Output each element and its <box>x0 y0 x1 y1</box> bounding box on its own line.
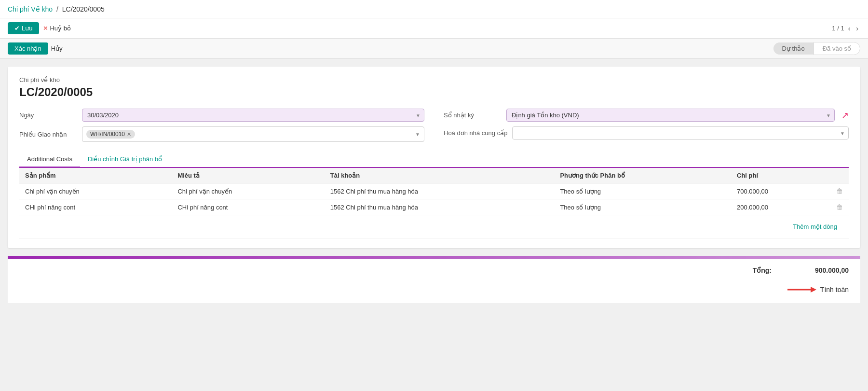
vendor-select[interactable] <box>512 126 849 140</box>
date-label: Ngày <box>19 112 77 119</box>
receipt-tag: WH/IN/00010 ✕ <box>86 130 135 139</box>
tab-additional-costs[interactable]: Additional Costs <box>19 152 80 168</box>
vendor-label: Hoá đơn nhà cung cấp <box>444 129 507 137</box>
breadcrumb-current: LC/2020/0005 <box>62 5 105 13</box>
save-button[interactable]: ✔ Lưu <box>8 22 39 34</box>
add-line-row: Thêm một dòng <box>19 215 849 238</box>
receipt-tag-remove[interactable]: ✕ <box>127 131 131 138</box>
posted-badge[interactable]: Đã vào sổ <box>814 42 860 55</box>
journal-select[interactable]: Định giá Tồn kho (VND) <box>506 109 835 122</box>
pagination-text: 1 / 1 <box>832 25 844 32</box>
tab-adjust-value[interactable]: Điều chỉnh Giá trị phân bổ <box>80 152 170 168</box>
date-select[interactable]: 30/03/2020 <box>82 109 424 122</box>
cancel-label: Huỷ bỏ <box>50 25 70 32</box>
receipt-label: Phiếu Giao nhận <box>19 131 77 138</box>
vendor-row: Hoá đơn nhà cung cấp <box>444 126 849 140</box>
form-group-journal: Sổ nhật ký Định giá Tồn kho (VND) ↗ Hoá … <box>444 109 849 142</box>
delete-row-0-icon[interactable]: 🗑 <box>836 187 843 195</box>
total-row: Tổng: 900.000,00 <box>8 259 860 282</box>
col-cost: Chi phí <box>731 168 830 183</box>
add-line-cell: Thêm một dòng <box>19 215 849 238</box>
form-grid: Ngày 30/03/2020 Phiếu Giao nhận WH/IN/00… <box>19 109 849 142</box>
cell-cost-0: 700.000,00 <box>731 183 830 199</box>
cell-cost-1: 200.000,00 <box>731 199 830 215</box>
main-content: Chi phí về kho LC/2020/0005 Ngày 30/03/2… <box>8 67 860 248</box>
delete-row-1-icon[interactable]: 🗑 <box>836 203 843 211</box>
next-page-button[interactable]: › <box>854 24 860 33</box>
top-bar: Chi phí Về kho / LC/2020/0005 <box>0 0 868 18</box>
cell-description-1: CHi phí nâng cont <box>172 199 324 215</box>
cell-product-1: CHi phí nâng cont <box>19 199 172 215</box>
arrow-right-icon <box>787 284 816 295</box>
external-link-icon[interactable]: ↗ <box>841 110 849 121</box>
cell-method-0: Theo số lượng <box>554 183 731 199</box>
prev-page-button[interactable]: ‹ <box>846 24 853 33</box>
breadcrumb: Chi phí Về kho / LC/2020/0005 <box>8 5 105 13</box>
save-icon: ✔ <box>14 25 20 32</box>
doc-header: Chi phí về kho LC/2020/0005 <box>19 76 849 99</box>
tags-dropdown-icon: ▼ <box>415 132 420 137</box>
breadcrumb-separator: / <box>56 5 58 13</box>
total-value: 900.000,00 <box>791 266 849 274</box>
status-bar: Xác nhận Hủy Dự thảo Đã vào sổ <box>0 39 868 59</box>
svg-marker-1 <box>811 287 816 293</box>
col-method: Phương thức Phân bổ <box>554 168 731 183</box>
doc-title: LC/2020/0005 <box>19 85 849 99</box>
total-label: Tổng: <box>753 266 772 274</box>
receipt-tags-input[interactable]: WH/IN/00010 ✕ ▼ <box>82 126 424 142</box>
status-badges: Dự thảo Đã vào sổ <box>773 42 860 55</box>
tabs: Additional Costs Điều chỉnh Giá trị phân… <box>19 152 849 168</box>
date-select-wrapper[interactable]: 30/03/2020 <box>82 109 424 122</box>
calculate-section: Tính toán <box>8 282 860 303</box>
vendor-select-wrapper[interactable] <box>512 126 849 140</box>
table-header-row: Sản phẩm Miêu tả Tài khoản Phương thức P… <box>19 168 849 183</box>
summary-section: Tổng: 900.000,00 Tính toán <box>8 259 860 303</box>
receipt-tag-value: WH/IN/00010 <box>90 131 125 138</box>
journal-label: Sổ nhật ký <box>444 112 502 119</box>
cell-account-0: 1562 Chi phí thu mua hàng hóa <box>325 183 555 199</box>
col-product: Sản phẩm <box>19 168 172 183</box>
col-actions-header <box>830 168 849 183</box>
cost-table: Sản phẩm Miêu tả Tài khoản Phương thức P… <box>19 168 849 238</box>
cell-product-0: Chi phí vận chuyển <box>19 183 172 199</box>
receipt-row: Phiếu Giao nhận WH/IN/00010 ✕ ▼ <box>19 126 424 142</box>
journal-row: Sổ nhật ký Định giá Tồn kho (VND) ↗ <box>444 109 849 122</box>
journal-select-wrapper[interactable]: Định giá Tồn kho (VND) <box>506 109 835 122</box>
cell-delete-0[interactable]: 🗑 <box>830 183 849 199</box>
pagination: 1 / 1 ‹ › <box>832 24 860 33</box>
add-line-button[interactable]: Thêm một dòng <box>787 219 843 234</box>
calculate-button[interactable]: Tính toán <box>820 286 849 293</box>
table-row: CHi phí nâng cont CHi phí nâng cont 1562… <box>19 199 849 215</box>
table-row: Chi phí vận chuyển Chi phí vận chuyển 15… <box>19 183 849 199</box>
huy-button[interactable]: Hủy <box>51 45 63 52</box>
doc-label: Chi phí về kho <box>19 76 849 84</box>
cancel-button[interactable]: ✕ Huỷ bỏ <box>43 25 70 32</box>
save-label: Lưu <box>22 25 32 32</box>
action-bar: ✔ Lưu ✕ Huỷ bỏ 1 / 1 ‹ › <box>0 18 868 39</box>
col-description: Miêu tả <box>172 168 324 183</box>
form-group-date: Ngày 30/03/2020 Phiếu Giao nhận WH/IN/00… <box>19 109 424 142</box>
date-row: Ngày 30/03/2020 <box>19 109 424 122</box>
cell-method-1: Theo số lượng <box>554 199 731 215</box>
cell-account-1: 1562 Chi phí thu mua hàng hóa <box>325 199 555 215</box>
confirm-button[interactable]: Xác nhận <box>8 42 48 55</box>
cell-delete-1[interactable]: 🗑 <box>830 199 849 215</box>
draft-badge[interactable]: Dự thảo <box>773 42 814 55</box>
cell-description-0: Chi phí vận chuyển <box>172 183 324 199</box>
cancel-icon: ✕ <box>43 25 48 32</box>
col-account: Tài khoản <box>325 168 555 183</box>
breadcrumb-parent[interactable]: Chi phí Về kho <box>8 5 53 13</box>
